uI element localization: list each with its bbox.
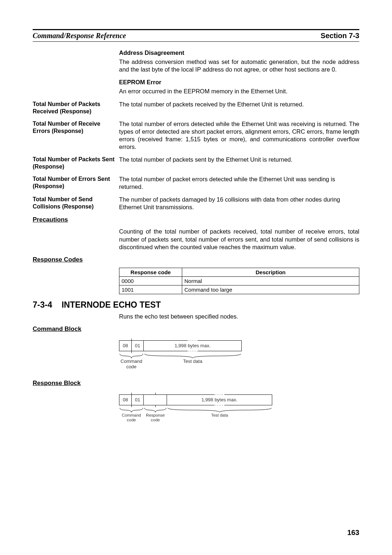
cmd-byte-0: 08: [119, 340, 131, 351]
table-header-row: Response code Description: [119, 268, 359, 276]
cell-code: 0000: [119, 276, 182, 285]
resp-label-command-code: Command code: [119, 413, 144, 422]
cell-desc: Normal: [182, 276, 359, 285]
response-codes-table: Response code Description 0000 Normal 10…: [119, 268, 359, 295]
cmd-label-command-code: Command code: [119, 359, 144, 369]
th-code: Response code: [119, 268, 182, 276]
body-text-1: The total number of errors detected whil…: [119, 120, 359, 151]
cmd-label-test-data: Test data: [144, 359, 242, 369]
heading-command-block: Command Block: [33, 325, 359, 333]
side-label-4: Total Number of Send Collisions (Respons…: [33, 196, 119, 210]
cmd-byte-1: 01: [131, 340, 144, 351]
response-block-diagram: 08 01 1,998 bytes max. ····· ·····: [119, 393, 359, 422]
resp-label-response-code: Response code: [144, 413, 167, 422]
top-rule-thick: [33, 29, 359, 30]
subsection-intro: Runs the echo test between specified nod…: [119, 313, 359, 320]
resp-byte-0: 08: [119, 394, 131, 405]
table-row: 0000 Normal: [119, 276, 359, 285]
heading-eeprom-error: EEPROM Error: [119, 78, 359, 86]
header-left: Command/Response Reference: [33, 32, 126, 40]
top-rule-thin: [33, 41, 359, 42]
side-label-0: Total Number of Packets Received (Respon…: [33, 101, 119, 115]
body-text-2: The total number of packets sent by the …: [119, 156, 359, 163]
th-desc: Description: [182, 268, 359, 276]
subsection-number: 7-3-4: [33, 300, 52, 310]
body-text-4: The number of packets damaged by 16 coll…: [119, 196, 359, 211]
body-text-3: The total number of packet errors detect…: [119, 175, 359, 191]
resp-byte-1: 01: [131, 394, 144, 405]
cmd-test-data-box: 1,998 bytes max. ····· ·····: [144, 340, 242, 351]
table-row: 1001 Command too large: [119, 285, 359, 294]
side-label-3: Total Number of Errors Sent (Response): [33, 175, 119, 190]
command-block-diagram: 08 01 1,998 bytes max. ····· ·····: [119, 339, 359, 369]
body-text-0: The total number of packets received by …: [119, 101, 359, 108]
body-eeprom-error: An error occurred in the EEPROM memory i…: [119, 88, 359, 95]
cell-desc: Command too large: [182, 285, 359, 294]
page-number: 163: [347, 528, 359, 537]
heading-precautions: Precautions: [33, 216, 359, 223]
resp-test-data-box: 1,998 bytes max. ····· ·····: [167, 394, 272, 405]
resp-label-test-data: Test data: [167, 413, 272, 422]
header-right: Section 7-3: [320, 32, 359, 40]
heading-address-disagreement: Address Disagreement: [119, 49, 359, 57]
heading-response-block: Response Block: [33, 380, 359, 387]
body-address-disagreement: The address conversion method was set fo…: [119, 58, 359, 73]
side-label-1: Total Number of Receive Errors (Response…: [33, 120, 119, 135]
side-label-2: Total Number of Packets Sent (Response): [33, 156, 119, 170]
heading-response-codes: Response Codes: [33, 256, 359, 263]
resp-response-code-box: [144, 394, 167, 405]
body-precautions: Counting of the total number of packets …: [119, 228, 359, 251]
cell-code: 1001: [119, 285, 182, 294]
subsection-title: INTERNODE ECHO TEST: [62, 300, 161, 310]
